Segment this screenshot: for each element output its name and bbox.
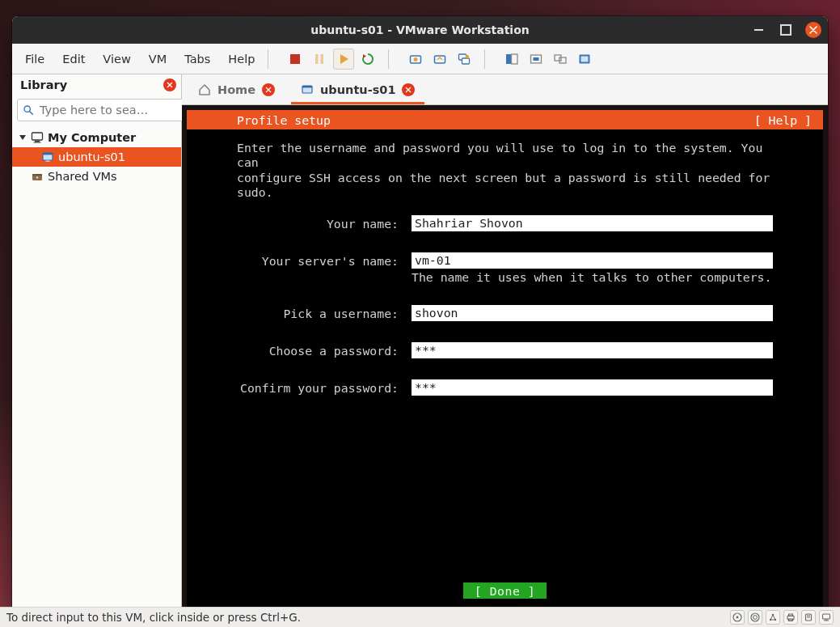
tree-label: My Computer bbox=[48, 131, 136, 144]
tray-cd-icon[interactable] bbox=[730, 610, 745, 625]
snapshot-manager-button[interactable] bbox=[454, 49, 475, 70]
svg-point-36 bbox=[751, 613, 759, 621]
menu-tabs[interactable]: Tabs bbox=[176, 49, 218, 69]
library-tree: My Computer ubuntu-s01 Shared VMs bbox=[12, 126, 181, 607]
svg-rect-28 bbox=[46, 161, 50, 162]
vm-icon bbox=[301, 83, 314, 96]
tray-printer-icon[interactable] bbox=[783, 610, 798, 625]
input-your-name[interactable]: Shahriar Shovon bbox=[412, 215, 773, 231]
svg-point-6 bbox=[414, 57, 418, 61]
library-panel: Library My Computer bbox=[12, 74, 182, 607]
chevron-down-icon bbox=[19, 134, 26, 141]
svg-rect-42 bbox=[789, 614, 793, 616]
svg-rect-18 bbox=[581, 56, 589, 61]
label-password: Choose a password: bbox=[237, 342, 399, 358]
svg-rect-48 bbox=[825, 620, 828, 621]
svg-line-20 bbox=[30, 112, 33, 115]
search-icon bbox=[23, 104, 34, 116]
status-tray bbox=[730, 610, 834, 625]
tabbar: Home ubuntu-s01 bbox=[182, 74, 828, 105]
status-bar: To direct input to this VM, click inside… bbox=[0, 607, 840, 627]
tab-close-button[interactable] bbox=[402, 83, 415, 96]
power-off-button[interactable] bbox=[285, 49, 306, 70]
search-text[interactable] bbox=[38, 103, 188, 117]
tree-node-shared-vms[interactable]: Shared VMs bbox=[12, 167, 181, 186]
input-username[interactable]: shovon bbox=[412, 305, 773, 321]
tray-sound-icon[interactable] bbox=[801, 610, 816, 625]
separator bbox=[268, 49, 268, 69]
svg-rect-0 bbox=[290, 54, 300, 64]
toolbar-view-group bbox=[496, 49, 600, 70]
view-multimon-button[interactable] bbox=[550, 49, 571, 70]
separator bbox=[388, 49, 389, 69]
view-stretch-button[interactable] bbox=[526, 49, 547, 70]
restart-button[interactable] bbox=[357, 49, 378, 70]
menu-help[interactable]: Help bbox=[220, 49, 263, 69]
vm-icon bbox=[41, 150, 54, 163]
search-input[interactable] bbox=[17, 99, 193, 121]
window-titlebar[interactable]: ubuntu-s01 - VMware Workstation bbox=[12, 16, 828, 44]
svg-rect-11 bbox=[506, 54, 511, 64]
svg-rect-49 bbox=[824, 621, 829, 621]
pause-button[interactable] bbox=[309, 49, 330, 70]
menu-view[interactable]: View bbox=[95, 49, 138, 69]
toolbar-snapshot-group bbox=[400, 49, 479, 70]
home-icon bbox=[198, 83, 211, 96]
window-close-button[interactable] bbox=[805, 22, 821, 38]
svg-point-37 bbox=[753, 616, 758, 620]
window-maximize-button[interactable] bbox=[778, 22, 794, 38]
library-close-button[interactable] bbox=[163, 78, 176, 91]
library-header: Library bbox=[12, 74, 181, 95]
play-button[interactable] bbox=[333, 49, 354, 70]
menu-vm[interactable]: VM bbox=[141, 49, 175, 69]
computer-icon bbox=[31, 131, 44, 144]
menu-file[interactable]: File bbox=[17, 49, 53, 69]
window-controls bbox=[750, 16, 821, 44]
view-console-button[interactable] bbox=[501, 49, 522, 70]
tray-display-icon[interactable] bbox=[819, 610, 834, 625]
library-title: Library bbox=[20, 78, 67, 91]
toolbar-power-group bbox=[280, 49, 383, 70]
window-title: ubuntu-s01 - VMware Workstation bbox=[310, 23, 530, 36]
snapshot-take-button[interactable] bbox=[405, 49, 426, 70]
input-password-confirm[interactable]: *** bbox=[412, 379, 773, 396]
tree-label: Shared VMs bbox=[48, 170, 117, 183]
svg-rect-2 bbox=[321, 54, 324, 64]
guest-console[interactable]: Profile setup [ Help ] Enter the usernam… bbox=[187, 110, 823, 607]
close-icon bbox=[809, 26, 817, 34]
view-fullscreen-button[interactable] bbox=[574, 49, 595, 70]
snapshot-revert-button[interactable] bbox=[429, 49, 450, 70]
svg-rect-27 bbox=[43, 153, 53, 155]
console-help-button[interactable]: [ Help ] bbox=[754, 113, 812, 127]
vm-viewport[interactable]: Profile setup [ Help ] Enter the usernam… bbox=[182, 105, 828, 607]
input-password[interactable]: *** bbox=[412, 342, 773, 358]
status-hint: To direct input to this VM, click inside… bbox=[6, 611, 301, 624]
body: Library My Computer bbox=[12, 74, 828, 607]
svg-point-35 bbox=[737, 616, 739, 619]
svg-rect-24 bbox=[35, 141, 40, 142]
tray-network-icon[interactable] bbox=[766, 610, 780, 625]
separator bbox=[484, 49, 485, 69]
input-server-name[interactable]: vm-01 bbox=[412, 252, 773, 269]
label-password-confirm: Confirm your password: bbox=[237, 379, 399, 395]
content-area: Home ubuntu-s01 Profile setup [ Help ] bbox=[182, 74, 828, 607]
svg-marker-3 bbox=[340, 54, 348, 64]
label-your-name: Your name: bbox=[237, 215, 399, 231]
done-button[interactable]: [ Done ] bbox=[463, 583, 547, 599]
tree-node-my-computer[interactable]: My Computer bbox=[12, 128, 181, 147]
svg-rect-23 bbox=[32, 133, 43, 140]
svg-marker-22 bbox=[19, 135, 26, 140]
tab-label: Home bbox=[217, 83, 255, 96]
tab-close-button[interactable] bbox=[262, 83, 275, 96]
tab-ubuntu-s01[interactable]: ubuntu-s01 bbox=[291, 77, 424, 104]
tab-home[interactable]: Home bbox=[188, 77, 285, 104]
tray-hdd-icon[interactable] bbox=[748, 610, 762, 625]
svg-rect-12 bbox=[512, 54, 518, 64]
console-header-title: Profile setup bbox=[237, 113, 331, 127]
done-row: [ Done ] bbox=[237, 583, 773, 599]
menu-edit[interactable]: Edit bbox=[54, 49, 93, 69]
tree-node-ubuntu-s01[interactable]: ubuntu-s01 bbox=[12, 147, 181, 167]
profile-form: Your name: Shahriar Shovon Your server's… bbox=[237, 215, 773, 396]
svg-rect-33 bbox=[302, 86, 312, 87]
window-minimize-button[interactable] bbox=[750, 22, 766, 38]
